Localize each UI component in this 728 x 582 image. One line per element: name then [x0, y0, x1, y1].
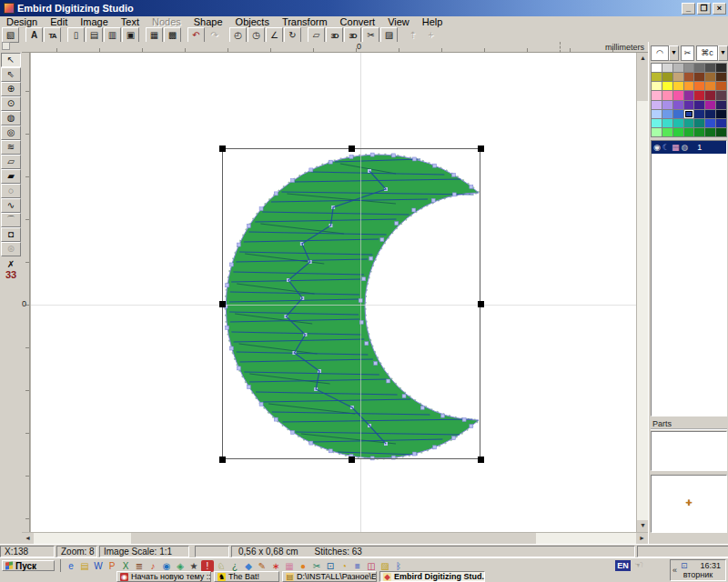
library-icon[interactable]: ≣	[133, 560, 146, 572]
fill-shape-tool[interactable]: ◍	[1, 111, 21, 125]
clock-icon[interactable]: ◔	[338, 560, 350, 572]
red-blue-app-icon[interactable]: ◫	[365, 560, 378, 572]
color-swatch-r1c4[interactable]	[694, 73, 704, 81]
taskbar-window-1[interactable]: ♞The Bat!	[214, 571, 279, 582]
edit-nodes-tool[interactable]: ⇖	[1, 67, 21, 82]
word-icon[interactable]: W	[92, 560, 105, 572]
selection-handle[interactable]	[478, 146, 484, 152]
stitch-editor-button[interactable]: ✂	[362, 27, 379, 43]
color-swatch-r4c4[interactable]	[694, 101, 704, 109]
color-swatch-r7c2[interactable]	[673, 128, 683, 136]
color-swatch-r4c3[interactable]	[684, 101, 694, 109]
chess-icon[interactable]: ♘	[215, 560, 228, 572]
color-swatch-r7c6[interactable]	[716, 128, 726, 136]
zoom-actual-tool[interactable]: ⊙	[1, 96, 21, 111]
color-swatch-r7c1[interactable]	[662, 128, 672, 136]
internet-explorer-icon[interactable]: e	[65, 560, 77, 572]
color-swatch-r3c3[interactable]	[684, 91, 694, 99]
color-swatch-r3c5[interactable]	[705, 91, 715, 99]
color-swatch-r6c3[interactable]	[684, 119, 694, 127]
lettering-button[interactable]: A	[25, 27, 43, 43]
color-swatch-r3c0[interactable]	[652, 91, 662, 99]
save-button[interactable]: ▣	[122, 27, 139, 43]
virus-scan-icon[interactable]: ∗	[269, 560, 282, 572]
color-swatch-r6c4[interactable]	[694, 119, 704, 127]
vertical-scrollbar[interactable]: ▲ ▼	[636, 53, 648, 532]
sfumato-tool[interactable]: ≋	[1, 140, 21, 155]
color-swatch-r5c2[interactable]	[673, 110, 683, 118]
winamp-icon[interactable]: ♪	[147, 560, 159, 572]
error-box-icon[interactable]: !	[201, 560, 214, 572]
tray-app-icon[interactable]: ⊡	[681, 561, 688, 570]
design-canvas[interactable]	[30, 53, 636, 532]
color-swatch-r7c3[interactable]	[684, 128, 694, 136]
curve-style-select[interactable]: ◠▼	[651, 45, 679, 61]
freehand-tool[interactable]: ◌	[1, 184, 21, 198]
globe-icon[interactable]: ◉	[160, 560, 173, 572]
color-swatch-r0c2[interactable]	[673, 64, 683, 72]
excel-icon[interactable]: X	[119, 560, 132, 572]
selection-handle[interactable]	[478, 457, 484, 463]
color-swatch-r5c0[interactable]	[652, 110, 662, 118]
color-swatch-r6c0[interactable]	[652, 119, 662, 127]
display-icon[interactable]: ⊡	[324, 560, 337, 572]
chevron-down-icon[interactable]: ▼	[669, 45, 679, 61]
new-design-button[interactable]: ▯	[67, 27, 85, 43]
orange-ball-icon[interactable]: ●	[297, 560, 309, 572]
horizontal-scrollbar[interactable]: ◄ ►	[22, 532, 648, 544]
rotate-button[interactable]: ↻	[284, 27, 301, 43]
color-swatch-r5c4[interactable]	[694, 110, 704, 118]
color-swatch-r0c4[interactable]	[694, 64, 704, 72]
zigzag-tool[interactable]: ∿	[1, 198, 21, 213]
color-swatch-r3c4[interactable]	[694, 91, 704, 99]
color-swatch-r3c1[interactable]	[662, 91, 672, 99]
color-swatch-r6c1[interactable]	[662, 119, 672, 127]
column-tool[interactable]: ▱	[1, 155, 21, 169]
color-swatch-r5c5[interactable]	[705, 110, 715, 118]
color-swatch-r1c2[interactable]	[673, 73, 683, 81]
undo-button[interactable]: ↶	[187, 27, 205, 43]
flower-icon[interactable]: ◈	[174, 560, 187, 572]
color-swatch-r2c1[interactable]	[662, 82, 672, 90]
select-tool[interactable]: ↖	[1, 53, 21, 67]
measure-button[interactable]: ◴	[229, 27, 247, 43]
color-swatch-r3c2[interactable]	[673, 91, 683, 99]
powerpoint-icon[interactable]: P	[106, 560, 118, 572]
color-swatch-r0c5[interactable]	[705, 64, 715, 72]
color-swatch-r0c6[interactable]	[716, 64, 726, 72]
star-icon[interactable]: ★	[187, 560, 200, 572]
color-swatch-r6c6[interactable]	[716, 119, 726, 127]
lines-icon[interactable]: ≡	[351, 560, 364, 572]
color-swatch-r2c6[interactable]	[716, 82, 726, 90]
color-swatch-r1c1[interactable]	[662, 73, 672, 81]
color-swatch-r2c0[interactable]	[652, 82, 662, 90]
preview-button[interactable]: ▧	[2, 27, 19, 43]
connection-mode-select[interactable]: ⌘c▼	[696, 45, 728, 61]
color-swatch-r4c1[interactable]	[662, 101, 672, 109]
folder-icon[interactable]: ▤	[78, 560, 91, 572]
color-swatch-r7c0[interactable]	[652, 128, 662, 136]
color-swatch-r2c2[interactable]	[673, 82, 683, 90]
selection-handle[interactable]	[219, 146, 226, 152]
selection-handle[interactable]	[349, 146, 355, 152]
color-swatch-r5c6[interactable]	[716, 110, 726, 118]
color-swatch-r7c4[interactable]	[694, 128, 704, 136]
selection-handle[interactable]	[478, 301, 484, 307]
color-swatch-r1c0[interactable]	[652, 73, 662, 81]
chevron-down-icon[interactable]: ▼	[718, 45, 728, 61]
zoom-tool[interactable]: ⊕	[1, 82, 21, 96]
question-icon[interactable]: ¿	[228, 560, 241, 572]
restore-button[interactable]: ❐	[697, 3, 711, 15]
color-swatch-r5c3[interactable]	[684, 110, 694, 118]
color-swatch-r1c5[interactable]	[705, 73, 715, 81]
scissors-icon[interactable]: ✂	[310, 560, 323, 572]
open-design-button[interactable]: ▤	[86, 27, 103, 43]
taskbar-window-3[interactable]: ◆Embird Digitizing Stud...	[379, 571, 485, 582]
callout-tool[interactable]: ◘	[1, 227, 21, 242]
page-3d-button[interactable]: ▱	[308, 27, 325, 43]
color-swatch-r0c0[interactable]	[652, 64, 662, 72]
color-swatch-r0c1[interactable]	[662, 64, 672, 72]
color-swatch-r7c5[interactable]	[705, 128, 715, 136]
start-button[interactable]: Пуск	[2, 560, 55, 571]
copy-button[interactable]: ▦	[146, 27, 163, 43]
